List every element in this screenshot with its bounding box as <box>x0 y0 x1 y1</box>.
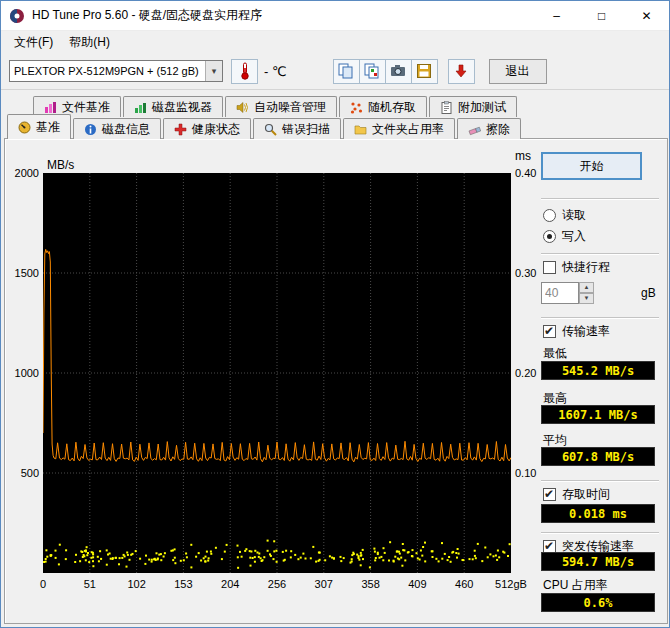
benchmark-plot <box>43 173 511 573</box>
x-axis-tick-label: 409 <box>408 578 426 590</box>
short-stroke-stepper: ▲ ▼ <box>541 282 594 304</box>
tab-label: 错误扫描 <box>282 121 330 138</box>
temperature-button[interactable] <box>231 59 258 84</box>
maximize-button[interactable]: □ <box>579 1 624 31</box>
separator <box>541 532 659 534</box>
x-axis-tick-label: 460 <box>455 578 473 590</box>
short-stroke-unit: gB <box>641 286 656 300</box>
magnifier-icon <box>264 123 277 136</box>
exit-button[interactable]: 退出 <box>489 59 547 84</box>
short-stroke-input[interactable] <box>541 282 579 304</box>
tab-label: 擦除 <box>486 121 510 138</box>
drive-select-value: PLEXTOR PX-512M9PGN + (512 gB) <box>10 65 205 77</box>
copy-text-icon <box>338 63 354 79</box>
x-axis-tick-label: 204 <box>221 578 239 590</box>
cpu-usage-value: 0.6% <box>541 593 655 612</box>
start-button[interactable]: 开始 <box>541 152 642 180</box>
app-icon <box>9 8 25 24</box>
tab-erase[interactable]: 擦除 <box>457 118 521 139</box>
min-value: 545.2 MB/s <box>541 361 655 380</box>
x-axis-ticks: 051102153204256307358409460512gB <box>43 578 511 592</box>
radio-read-row[interactable]: 读取 <box>543 207 586 224</box>
separator <box>541 253 659 255</box>
y-axis-tick-label: 1500 <box>15 267 39 279</box>
benchmark-chart <box>43 173 511 573</box>
burst-rate-value: 594.7 MB/s <box>541 552 655 571</box>
left-axis-ticks: 200015001000500 <box>7 173 39 573</box>
separator <box>541 317 659 319</box>
tab-folder-usage[interactable]: 文件夹占用率 <box>343 118 455 139</box>
x-axis-tick-label: 307 <box>315 578 333 590</box>
radio-write[interactable] <box>543 230 556 243</box>
x-axis-tick-label: 358 <box>361 578 379 590</box>
tab-label: 附加测试 <box>458 99 506 116</box>
max-value: 1607.1 MB/s <box>541 405 655 424</box>
tab-benchmark[interactable]: 基准 <box>7 114 71 139</box>
menu-help[interactable]: 帮助(H) <box>62 32 117 53</box>
menu-file[interactable]: 文件(F) <box>7 32 60 53</box>
short-stroke-checkbox[interactable] <box>543 261 556 274</box>
separator <box>541 198 659 200</box>
transfer-rate-row[interactable]: 传输速率 <box>543 323 610 340</box>
drive-select[interactable]: PLEXTOR PX-512M9PGN + (512 gB) ▾ <box>9 60 223 82</box>
cpu-usage-label: CPU 占用率 <box>543 577 608 594</box>
radio-write-row[interactable]: 写入 <box>543 228 586 245</box>
access-time-checkbox[interactable] <box>543 488 556 501</box>
temperature-value: - ℃ <box>264 64 287 79</box>
y-axis-tick-label: 0.10 <box>515 467 536 479</box>
thermometer-icon <box>240 62 250 80</box>
y-axis-tick-label: 2000 <box>15 167 39 179</box>
avg-value: 607.8 MB/s <box>541 447 655 466</box>
x-axis-tick-label: 51 <box>84 578 96 590</box>
copy-text-button[interactable] <box>333 59 360 84</box>
minimize-button[interactable]: – <box>534 1 579 31</box>
menu-bar: 文件(F) 帮助(H) <box>1 32 669 53</box>
close-button[interactable]: ✕ <box>624 1 669 31</box>
tab-disk-info[interactable]: 磁盘信息 <box>73 118 161 139</box>
benchmark-gauge-icon <box>18 121 31 134</box>
health-cross-icon <box>174 123 187 136</box>
title-bar: HD Tune Pro 5.60 - 硬盘/固态硬盘实用程序 – □ ✕ <box>1 1 669 31</box>
screenshot-button[interactable] <box>385 59 412 84</box>
save-icon <box>416 63 432 79</box>
tab-label: 健康状态 <box>192 121 240 138</box>
transfer-rate-label: 传输速率 <box>562 323 610 340</box>
spin-down-icon[interactable]: ▼ <box>579 293 594 304</box>
access-time-label: 存取时间 <box>562 486 610 503</box>
x-axis-tick-label: 0 <box>40 578 46 590</box>
y-axis-tick-label: 0.20 <box>515 367 536 379</box>
tab-error-scan[interactable]: 错误扫描 <box>253 118 341 139</box>
access-time-row[interactable]: 存取时间 <box>543 486 610 503</box>
left-axis-unit: MB/s <box>47 158 74 172</box>
tab-label: 基准 <box>36 119 60 136</box>
speaker-icon <box>236 101 249 114</box>
save-screenshot-button[interactable] <box>411 59 438 84</box>
y-axis-tick-label: 0.40 <box>515 167 536 179</box>
tab-label: 磁盘信息 <box>102 121 150 138</box>
short-stroke-row[interactable]: 快捷行程 <box>543 259 610 276</box>
right-axis-unit: ms <box>515 149 531 163</box>
tab-health[interactable]: 健康状态 <box>163 118 251 139</box>
disk-monitor-icon <box>134 101 147 114</box>
y-axis-tick-label: 0.30 <box>515 267 536 279</box>
transfer-rate-checkbox[interactable] <box>543 325 556 338</box>
toolbar: PLEXTOR PX-512M9PGN + (512 gB) ▾ - ℃ 退出 <box>1 53 669 90</box>
y-axis-tick-label: 1000 <box>15 367 39 379</box>
copy-image-button[interactable] <box>359 59 386 84</box>
tab-label: 随机存取 <box>368 99 416 116</box>
x-axis-tick-label: 153 <box>174 578 192 590</box>
clipboard-icon <box>440 101 453 114</box>
x-axis-tick-label: 512gB <box>495 578 527 590</box>
tab-strip-primary: 基准 磁盘信息 健康状态 错误扫描 文件夹占用率 擦除 <box>7 114 521 139</box>
tab-label: 自动噪音管理 <box>254 99 326 116</box>
radio-write-label: 写入 <box>562 228 586 245</box>
camera-icon <box>390 63 406 79</box>
update-check-button[interactable] <box>448 59 475 84</box>
tab-label: 文件基准 <box>62 99 110 116</box>
window-title: HD Tune Pro 5.60 - 硬盘/固态硬盘实用程序 <box>32 7 262 24</box>
x-axis-tick-label: 102 <box>127 578 145 590</box>
radio-read[interactable] <box>543 209 556 222</box>
chevron-down-icon: ▾ <box>205 61 222 81</box>
tab-label: 文件夹占用率 <box>372 121 444 138</box>
spin-up-icon[interactable]: ▲ <box>579 282 594 293</box>
